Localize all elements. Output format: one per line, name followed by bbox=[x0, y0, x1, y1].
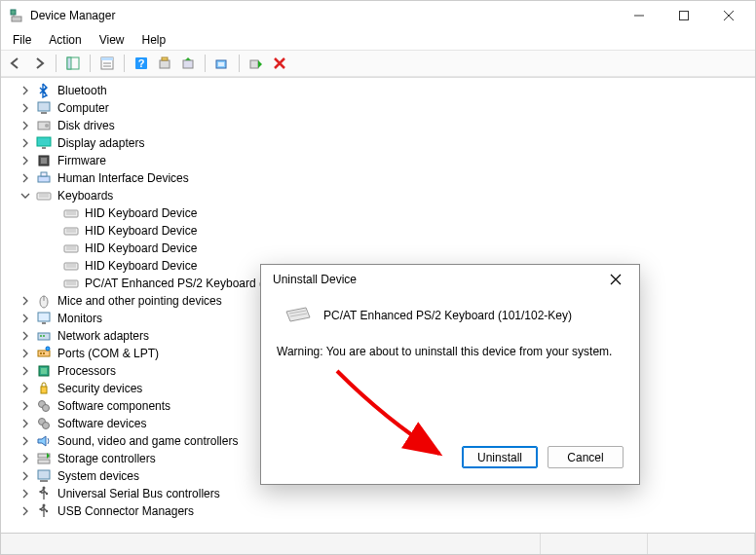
close-button[interactable] bbox=[706, 1, 751, 30]
dialog-close-button[interactable] bbox=[598, 266, 633, 293]
menu-view[interactable]: View bbox=[92, 32, 132, 48]
toolbar-separator bbox=[205, 55, 206, 72]
device-category-icon bbox=[36, 170, 52, 186]
tree-node-label: Keyboards bbox=[56, 189, 113, 203]
tree-node-label: Network adapters bbox=[56, 329, 149, 343]
help-button[interactable]: ? bbox=[131, 53, 152, 74]
tree-node-label: HID Keyboard Device bbox=[83, 224, 197, 238]
disable-device-button[interactable] bbox=[269, 53, 290, 74]
svg-point-70 bbox=[46, 493, 48, 495]
tree-node-label: USB Connector Managers bbox=[56, 504, 194, 518]
svg-point-68 bbox=[43, 487, 46, 490]
status-panel bbox=[541, 534, 648, 554]
expand-icon[interactable] bbox=[19, 347, 32, 360]
tree-node[interactable]: Computer bbox=[7, 99, 755, 117]
expand-icon[interactable] bbox=[19, 469, 32, 483]
scan-hardware-button[interactable] bbox=[154, 53, 175, 74]
enable-device-button[interactable] bbox=[246, 53, 267, 74]
dialog-device-name: PC/AT Enhanced PS/2 Keyboard (101/102-Ke… bbox=[323, 309, 572, 322]
svg-point-20 bbox=[45, 124, 49, 128]
toolbar-separator bbox=[56, 55, 57, 72]
svg-rect-69 bbox=[40, 491, 42, 493]
tree-node[interactable]: Disk drives bbox=[7, 117, 755, 134]
update-driver-button[interactable] bbox=[177, 53, 199, 74]
uninstall-device-toolbar-button[interactable] bbox=[211, 53, 233, 74]
toolbar-separator bbox=[90, 55, 91, 72]
svg-rect-12 bbox=[162, 57, 168, 60]
expand-icon[interactable] bbox=[19, 154, 32, 167]
menu-help[interactable]: Help bbox=[134, 32, 174, 48]
tree-node[interactable]: HID Keyboard Device bbox=[7, 204, 755, 222]
svg-marker-63 bbox=[38, 436, 46, 446]
maximize-button[interactable] bbox=[662, 1, 706, 30]
device-icon bbox=[63, 276, 79, 291]
tree-node-label: Software components bbox=[56, 399, 170, 413]
show-hide-tree-button[interactable] bbox=[62, 53, 84, 74]
expand-icon[interactable] bbox=[19, 312, 32, 325]
menu-action[interactable]: Action bbox=[41, 32, 89, 48]
tree-node[interactable]: Display adapters bbox=[7, 134, 755, 152]
tree-node[interactable]: HID Keyboard Device bbox=[7, 222, 755, 240]
tree-node-label: Software devices bbox=[56, 417, 146, 430]
expand-icon[interactable] bbox=[19, 364, 32, 378]
dialog-title: Uninstall Device bbox=[273, 273, 598, 286]
device-category-icon bbox=[36, 100, 52, 116]
forward-button[interactable] bbox=[28, 53, 50, 74]
tree-node[interactable]: Keyboards bbox=[7, 187, 755, 204]
toolbar-separator bbox=[239, 55, 240, 72]
device-category-icon bbox=[36, 153, 52, 168]
expand-icon[interactable] bbox=[19, 294, 32, 308]
expand-icon[interactable] bbox=[19, 382, 32, 395]
tree-node[interactable]: Universal Serial Bus controllers bbox=[7, 485, 755, 502]
device-icon bbox=[63, 240, 79, 256]
expand-icon[interactable] bbox=[19, 452, 32, 465]
tree-node-label: Storage controllers bbox=[56, 452, 156, 465]
expand-icon[interactable] bbox=[19, 434, 32, 448]
statusbar bbox=[1, 533, 755, 554]
menubar: File Action View Help bbox=[1, 30, 755, 50]
tree-node-label: Sound, video and game controllers bbox=[56, 434, 238, 448]
device-category-icon bbox=[36, 328, 52, 344]
dialog-warning-text: Warning: You are about to uninstall this… bbox=[277, 345, 624, 358]
tree-node[interactable]: HID Keyboard Device bbox=[7, 240, 755, 257]
expand-icon[interactable] bbox=[19, 504, 32, 518]
tree-node-label: HID Keyboard Device bbox=[83, 259, 197, 273]
svg-rect-65 bbox=[38, 460, 50, 463]
expand-icon[interactable] bbox=[19, 136, 32, 150]
expand-icon[interactable] bbox=[19, 417, 32, 430]
tree-node[interactable]: USB Connector Managers bbox=[7, 502, 755, 520]
properties-button[interactable] bbox=[96, 53, 118, 74]
collapse-icon[interactable] bbox=[19, 189, 32, 203]
svg-point-62 bbox=[43, 423, 50, 429]
tree-node[interactable]: Human Interface Devices bbox=[7, 169, 755, 187]
app-icon bbox=[9, 8, 24, 23]
expand-icon[interactable] bbox=[19, 84, 32, 97]
back-button[interactable] bbox=[5, 53, 26, 74]
expand-icon[interactable] bbox=[19, 101, 32, 115]
device-category-icon bbox=[36, 451, 52, 466]
svg-rect-25 bbox=[38, 176, 50, 182]
tree-node-label: System devices bbox=[56, 469, 139, 483]
uninstall-button[interactable]: Uninstall bbox=[462, 446, 538, 468]
device-category-icon bbox=[36, 468, 52, 484]
minimize-button[interactable] bbox=[617, 1, 662, 30]
tree-node[interactable]: Firmware bbox=[7, 152, 755, 169]
svg-marker-74 bbox=[286, 308, 310, 321]
dialog-body: PC/AT Enhanced PS/2 Keyboard (101/102-Ke… bbox=[261, 294, 639, 446]
device-icon bbox=[63, 223, 79, 239]
svg-point-60 bbox=[43, 405, 50, 412]
tree-node-label: Disk drives bbox=[56, 119, 115, 132]
cancel-button[interactable]: Cancel bbox=[548, 446, 624, 468]
svg-rect-6 bbox=[101, 57, 113, 60]
expand-icon[interactable] bbox=[19, 399, 32, 413]
expand-icon[interactable] bbox=[19, 487, 32, 500]
svg-rect-11 bbox=[160, 60, 170, 68]
keyboard-icon bbox=[284, 306, 312, 325]
status-panel bbox=[1, 534, 541, 554]
menu-file[interactable]: File bbox=[5, 32, 39, 48]
tree-node[interactable]: Bluetooth bbox=[7, 82, 755, 99]
svg-rect-1 bbox=[12, 17, 21, 21]
expand-icon[interactable] bbox=[19, 329, 32, 343]
expand-icon[interactable] bbox=[19, 171, 32, 185]
expand-icon[interactable] bbox=[19, 119, 32, 132]
